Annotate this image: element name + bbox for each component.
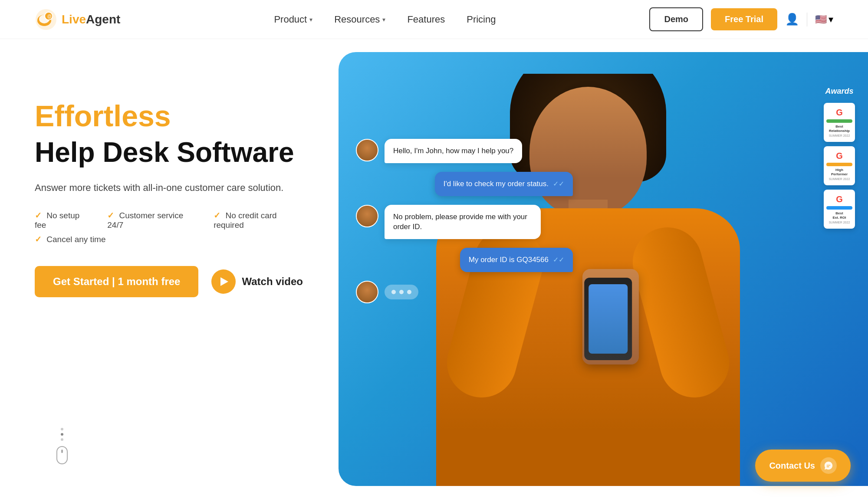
- demo-button[interactable]: Demo: [649, 7, 703, 31]
- nav-resources[interactable]: Resources ▾: [334, 14, 385, 25]
- typing-dots: [385, 285, 418, 299]
- double-check-icon: ✓✓: [553, 179, 564, 189]
- agent-avatar-1: [356, 139, 378, 161]
- scroll-mouse-icon: [56, 446, 68, 464]
- double-check-icon-2: ✓✓: [553, 255, 564, 265]
- chat-bubble-2: I'd like to check my order status. ✓✓: [435, 172, 573, 196]
- product-chevron-icon: ▾: [309, 16, 312, 23]
- play-button-icon: [211, 269, 236, 294]
- agent-avatar-2: [356, 205, 378, 227]
- chat-area: Hello, I'm John, how may I help you? I'd…: [356, 139, 573, 303]
- award-badge-1: G BestRelationship SUMMER 2022: [824, 103, 855, 142]
- nav-links: Product ▾ Resources ▾ Features Pricing: [274, 14, 496, 25]
- award-badge-3: G BestEst. ROI SUMMER 2022: [824, 190, 855, 229]
- scroll-dot-1: [61, 428, 63, 430]
- contact-chat-icon: [820, 457, 837, 474]
- checks-row-2: ✓ Cancel any time: [35, 234, 304, 244]
- check-no-setup: ✓ No setup fee: [35, 210, 90, 230]
- nav-features[interactable]: Features: [407, 14, 445, 25]
- award-strip-3: [826, 206, 852, 210]
- checks-row-1: ✓ No setup fee ✓ Customer service 24/7 ✓…: [35, 210, 304, 230]
- hero-checks: ✓ No setup fee ✓ Customer service 24/7 ✓…: [35, 210, 304, 244]
- chat-row-3: No problem, please provide me with your …: [356, 205, 573, 240]
- svg-text:@: @: [47, 14, 52, 19]
- nav-divider: [807, 13, 807, 26]
- typing-indicator: [356, 281, 573, 303]
- contact-us-button[interactable]: Contact Us: [755, 450, 851, 482]
- award-strip-2: [826, 163, 852, 166]
- chat-row-4: My order ID is GQ34566 ✓✓: [356, 248, 573, 272]
- chat-bubble-3: No problem, please provide me with your …: [385, 205, 541, 240]
- user-icon[interactable]: 👤: [785, 13, 799, 26]
- chat-bubble-1: Hello, I'm John, how may I help you?: [385, 139, 522, 163]
- play-triangle-icon: [220, 277, 228, 286]
- nav-product[interactable]: Product ▾: [274, 14, 312, 25]
- chat-row-1: Hello, I'm John, how may I help you?: [356, 139, 573, 163]
- check-cancel: ✓ Cancel any time: [35, 234, 106, 244]
- hero-tagline: Effortless: [35, 100, 304, 132]
- scroll-wheel: [61, 450, 63, 453]
- awards-section: Awards G BestRelationship SUMMER 2022 G …: [824, 87, 855, 229]
- award-badge-2: G HighPerformer SUMMER 2022: [824, 146, 855, 185]
- logo-agent: Agent: [86, 13, 120, 26]
- resources-chevron-icon: ▾: [382, 16, 385, 23]
- navbar: @ Live Agent Product ▾ Resources ▾ Featu…: [0, 0, 868, 39]
- free-trial-button[interactable]: Free Trial: [711, 8, 777, 30]
- check-no-card: ✓ No credit card required: [214, 210, 304, 230]
- logo[interactable]: @ Live Agent: [35, 8, 120, 31]
- hero-section: Effortless Help Desk Software Answer mor…: [0, 39, 868, 499]
- scroll-dot-2: [61, 433, 63, 436]
- logo-live: Live: [62, 13, 86, 26]
- watch-video-button[interactable]: Watch video: [211, 269, 302, 294]
- get-started-button[interactable]: Get Started | 1 month free: [35, 266, 198, 297]
- chat-row-2: I'd like to check my order status. ✓✓: [356, 172, 573, 196]
- nav-actions: Demo Free Trial 👤 🇺🇸 ▾: [649, 7, 833, 31]
- nav-pricing[interactable]: Pricing: [467, 14, 496, 25]
- language-chevron-icon: ▾: [829, 14, 833, 25]
- scroll-dot-3: [61, 438, 63, 441]
- flag-icon: 🇺🇸: [815, 14, 827, 25]
- check-customer-service: ✓ Customer service 24/7: [107, 210, 196, 230]
- award-strip-1: [826, 119, 852, 123]
- chat-bubble-4: My order ID is GQ34566 ✓✓: [460, 248, 573, 272]
- scroll-indicator: [56, 428, 68, 464]
- hero-subtitle: Answer more tickets with all-in-one cust…: [35, 181, 304, 195]
- hero-left: Effortless Help Desk Software Answer mor…: [0, 39, 339, 499]
- typing-avatar: [356, 281, 378, 303]
- hero-title: Help Desk Software: [35, 137, 304, 169]
- language-selector[interactable]: 🇺🇸 ▾: [815, 14, 833, 25]
- awards-title: Awards: [825, 87, 853, 96]
- contact-us-label: Contact Us: [769, 461, 815, 471]
- hero-right: Hello, I'm John, how may I help you? I'd…: [339, 52, 868, 486]
- watch-video-label: Watch video: [242, 276, 302, 288]
- hero-cta: Get Started | 1 month free Watch video: [35, 266, 304, 297]
